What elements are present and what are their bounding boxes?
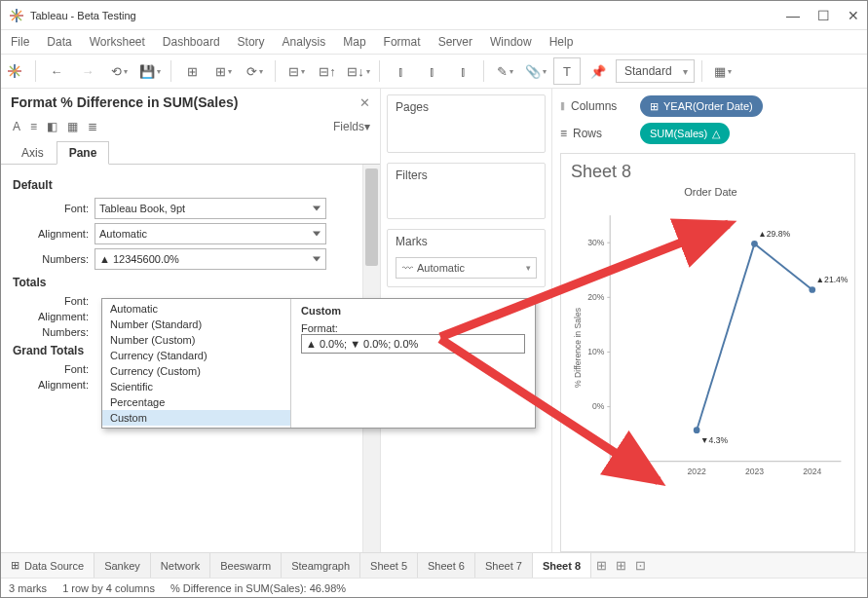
- menu-story[interactable]: Story: [238, 35, 265, 49]
- maximize-icon[interactable]: ☐: [817, 8, 830, 23]
- text-icon[interactable]: T: [553, 57, 581, 85]
- nf-option-number-standard-[interactable]: Number (Standard): [102, 317, 290, 332]
- font-tool-icon[interactable]: A: [13, 120, 20, 133]
- pin-icon[interactable]: 📌: [585, 57, 612, 85]
- default-font-select[interactable]: Tableau Book, 9pt: [94, 198, 326, 219]
- showme-icon[interactable]: ▦: [709, 57, 736, 85]
- swap-icon[interactable]: ⊟: [283, 57, 310, 85]
- svg-text:20%: 20%: [587, 292, 605, 302]
- back-icon[interactable]: ←: [43, 57, 70, 85]
- sheet-tab-sheet-6[interactable]: Sheet 6: [418, 553, 475, 578]
- minimize-icon[interactable]: —: [786, 8, 800, 23]
- sheet-tab-sheet-5[interactable]: Sheet 5: [360, 553, 418, 578]
- nf-custom-heading: Custom: [301, 305, 525, 317]
- sheet-tab-sheet-8[interactable]: Sheet 8: [533, 553, 591, 578]
- sheet-tab-sheet-7[interactable]: Sheet 7: [475, 553, 533, 578]
- svg-text:0%: 0%: [592, 401, 605, 411]
- attach-icon[interactable]: 📎: [522, 57, 549, 85]
- chart-subtitle: Order Date: [571, 186, 850, 198]
- section-totals: Totals: [13, 276, 370, 289]
- marks-type-select[interactable]: 〰 Automatic: [396, 257, 537, 279]
- columns-shelf-label: ⦀Columns: [560, 99, 630, 113]
- svg-line-24: [754, 243, 811, 289]
- nf-option-custom[interactable]: Custom: [102, 410, 290, 426]
- group-icon[interactable]: ⫿: [449, 57, 476, 85]
- fields-dropdown[interactable]: Fields ▾: [333, 120, 370, 133]
- sheet-tab-network[interactable]: Network: [151, 553, 210, 578]
- forward-icon[interactable]: →: [74, 57, 101, 85]
- svg-text:2023: 2023: [745, 467, 764, 476]
- nf-option-currency-standard-[interactable]: Currency (Standard): [102, 348, 290, 363]
- nf-option-currency-custom-[interactable]: Currency (Custom): [102, 363, 290, 379]
- window-title: Tableau - Beta Testing: [30, 10, 136, 21]
- save-icon[interactable]: 💾: [136, 57, 164, 85]
- label-alignment: Alignment:: [9, 228, 89, 240]
- svg-text:▼4.3%: ▼4.3%: [700, 435, 728, 445]
- new-worksheet-icon[interactable]: ⊞: [209, 57, 237, 85]
- columns-pill[interactable]: ⊞YEAR(Order Date): [640, 95, 763, 117]
- close-format-icon[interactable]: ✕: [359, 95, 370, 110]
- nf-option-scientific[interactable]: Scientific: [102, 379, 290, 394]
- tab-axis[interactable]: Axis: [9, 141, 57, 164]
- sheet-tab-beeswarm[interactable]: Beeswarm: [210, 553, 282, 578]
- undo-icon[interactable]: ⟲: [105, 57, 132, 85]
- menu-data[interactable]: Data: [47, 35, 71, 49]
- svg-text:2024: 2024: [803, 467, 821, 476]
- pencil-icon[interactable]: ✎: [491, 57, 518, 85]
- tab-pane[interactable]: Pane: [57, 141, 110, 165]
- nf-option-automatic[interactable]: Automatic: [102, 301, 290, 317]
- svg-point-27: [809, 286, 815, 293]
- pages-card[interactable]: Pages: [387, 94, 546, 153]
- menu-file[interactable]: File: [11, 35, 29, 49]
- sheet-tab-sankey[interactable]: Sankey: [94, 553, 151, 578]
- new-story-icon[interactable]: ⊡: [630, 558, 650, 573]
- sort-asc-icon[interactable]: ⊟↑: [314, 57, 341, 85]
- new-dashboard-icon[interactable]: ⊞: [611, 558, 630, 573]
- menu-window[interactable]: Window: [490, 35, 532, 49]
- svg-text:10%: 10%: [587, 347, 605, 356]
- marks-card[interactable]: Marks 〰 Automatic: [387, 229, 546, 287]
- fit-select[interactable]: Standard: [616, 59, 695, 83]
- lines-tool-icon[interactable]: ≣: [88, 120, 97, 133]
- default-numbers-select[interactable]: ▲ 12345600.0%: [94, 248, 326, 270]
- nf-option-number-custom-[interactable]: Number (Custom): [102, 332, 290, 348]
- menu-server[interactable]: Server: [438, 35, 472, 49]
- format-title: Format % Difference in SUM(Sales): [11, 94, 238, 110]
- border-tool-icon[interactable]: ▦: [67, 120, 78, 133]
- new-datasource-icon[interactable]: ⊞: [178, 57, 206, 85]
- menu-analysis[interactable]: Analysis: [283, 35, 326, 49]
- nf-format-input[interactable]: ▲ 0.0%; ▼ 0.0%; 0.0%: [301, 334, 525, 354]
- menu-dashboard[interactable]: Dashboard: [163, 35, 220, 49]
- tableau-icon[interactable]: [7, 63, 22, 79]
- svg-line-23: [697, 243, 754, 430]
- new-sheet-icon[interactable]: ⊞: [591, 558, 611, 573]
- label-font: Font:: [9, 203, 89, 214]
- svg-text:▲21.4%: ▲21.4%: [816, 275, 849, 284]
- columns-icon: ⦀: [560, 99, 565, 113]
- align-tool-icon[interactable]: ≡: [30, 120, 37, 133]
- svg-text:30%: 30%: [587, 238, 605, 247]
- menu-map[interactable]: Map: [343, 35, 365, 49]
- nf-option-percentage[interactable]: Percentage: [102, 394, 290, 410]
- chart-viz[interactable]: Sheet 8 Order Date 0%10%20%30%2021202220…: [560, 153, 855, 552]
- default-align-select[interactable]: Automatic: [94, 223, 326, 244]
- sheet-tabs: ⊞Data Source SankeyNetworkBeeswarmSteamg…: [1, 552, 867, 578]
- menu-help[interactable]: Help: [549, 35, 574, 49]
- svg-text:% Difference in Sales: % Difference in Sales: [573, 308, 583, 388]
- menu-format[interactable]: Format: [384, 35, 421, 49]
- menu-worksheet[interactable]: Worksheet: [90, 35, 145, 49]
- svg-point-26: [751, 241, 758, 247]
- refresh-icon[interactable]: ⟳: [241, 57, 268, 85]
- close-icon[interactable]: ✕: [848, 8, 859, 23]
- sheet-tab-steamgraph[interactable]: Steamgraph: [282, 553, 360, 578]
- tableau-logo-icon: [9, 8, 24, 23]
- sort-desc-icon[interactable]: ⊟↓: [345, 57, 372, 85]
- filters-card[interactable]: Filters: [387, 163, 546, 219]
- rows-pill[interactable]: SUM(Sales)△: [640, 123, 730, 144]
- status-marks: 3 marks: [9, 582, 47, 594]
- data-source-tab[interactable]: ⊞Data Source: [1, 553, 94, 578]
- highlight-icon[interactable]: ⫿: [418, 57, 445, 85]
- status-detail: % Difference in SUM(Sales): 46.98%: [170, 582, 346, 594]
- shade-tool-icon[interactable]: ◧: [47, 120, 57, 133]
- totals-icon[interactable]: ⫿: [387, 57, 414, 85]
